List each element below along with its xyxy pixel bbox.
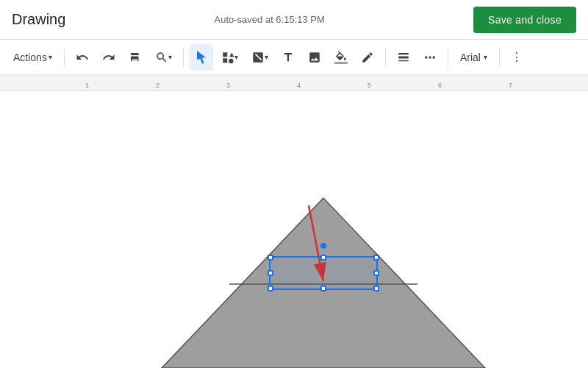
toolbar-separator-4 bbox=[448, 49, 448, 66]
toolbar: Actions ▾ ▾ ▾ bbox=[0, 40, 588, 75]
toolbar-separator-3 bbox=[385, 49, 386, 66]
toolbar-separator-1 bbox=[64, 49, 65, 66]
line-icon bbox=[251, 51, 265, 64]
ruler-mark-2: 2 bbox=[156, 82, 159, 89]
save-and-close-button[interactable]: Save and close bbox=[473, 7, 576, 33]
redo-icon bbox=[102, 51, 115, 64]
app-title: Drawing bbox=[12, 11, 65, 28]
ruler-mark-3: 3 bbox=[226, 82, 230, 89]
ruler-mark-1: 1 bbox=[85, 82, 89, 89]
text-button[interactable] bbox=[276, 44, 300, 71]
actions-button[interactable]: Actions ▾ bbox=[7, 44, 58, 71]
line-weight-button[interactable] bbox=[392, 44, 415, 71]
fill-color-button[interactable] bbox=[329, 44, 353, 71]
pen-icon bbox=[361, 51, 374, 64]
ruler-mark-4: 4 bbox=[297, 82, 301, 89]
redo-button[interactable] bbox=[97, 44, 121, 71]
line-button[interactable]: ▾ bbox=[246, 44, 273, 71]
autosave-status: Auto-saved at 6:15:13 PM bbox=[215, 14, 325, 25]
image-button[interactable] bbox=[303, 44, 326, 71]
drawing-page bbox=[0, 91, 588, 368]
font-chevron-icon: ▾ bbox=[484, 53, 487, 61]
toolbar-separator-5 bbox=[499, 49, 500, 66]
zoom-button[interactable]: ▾ bbox=[150, 44, 177, 71]
line-dash-icon bbox=[423, 51, 437, 64]
shapes-chevron-icon: ▾ bbox=[234, 53, 238, 61]
undo-button[interactable] bbox=[71, 44, 94, 71]
image-icon bbox=[308, 51, 321, 64]
ruler: 1 2 3 4 5 6 7 bbox=[0, 75, 588, 91]
ruler-mark-5: 5 bbox=[368, 82, 371, 89]
ruler-mark-7: 7 bbox=[509, 82, 512, 89]
more-options-button[interactable]: ⋮ bbox=[506, 44, 529, 71]
pen-button[interactable] bbox=[356, 44, 379, 71]
cursor-icon bbox=[195, 51, 208, 64]
canvas-area[interactable] bbox=[0, 91, 588, 368]
line-weight-icon bbox=[397, 51, 410, 64]
shapes-button[interactable]: ▾ bbox=[216, 44, 243, 71]
line-chevron-icon: ▾ bbox=[265, 53, 268, 61]
zoom-chevron-icon: ▾ bbox=[168, 53, 172, 61]
toolbar-separator-2 bbox=[183, 49, 184, 66]
paint-format-icon bbox=[129, 51, 142, 64]
actions-label: Actions bbox=[13, 52, 47, 63]
paint-format-button[interactable] bbox=[123, 44, 147, 71]
undo-icon bbox=[76, 51, 89, 64]
text-icon bbox=[282, 51, 295, 64]
font-selector[interactable]: Arial ▾ bbox=[454, 44, 493, 71]
shapes-icon bbox=[221, 51, 234, 64]
zoom-icon bbox=[155, 51, 168, 64]
app-header: Drawing Auto-saved at 6:15:13 PM Save an… bbox=[0, 0, 588, 40]
more-options-icon: ⋮ bbox=[511, 50, 523, 64]
actions-chevron-icon: ▾ bbox=[49, 53, 52, 61]
ruler-mark-6: 6 bbox=[438, 82, 442, 89]
fill-color-icon bbox=[334, 51, 348, 64]
line-dash-button[interactable] bbox=[418, 44, 442, 71]
select-tool-button[interactable] bbox=[190, 44, 213, 71]
font-label: Arial bbox=[460, 52, 481, 63]
